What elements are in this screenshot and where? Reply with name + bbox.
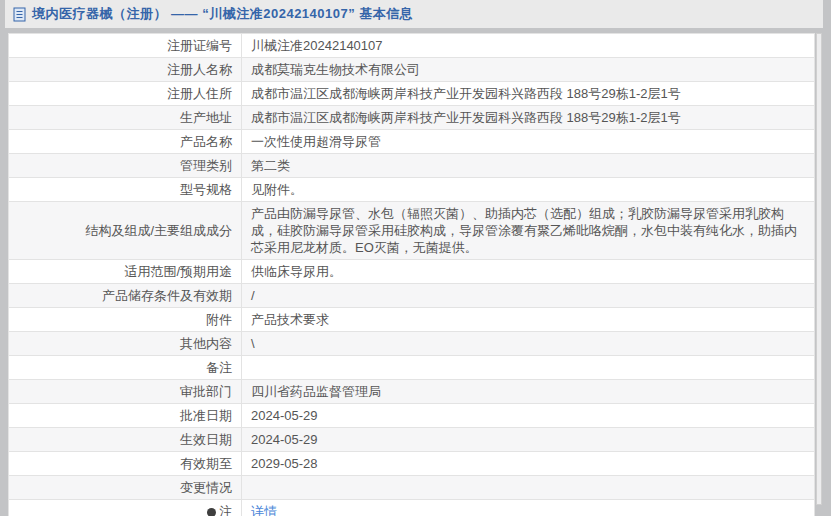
row-label: 管理类别: [180, 158, 232, 173]
note-icon: [207, 508, 216, 516]
row-value-cell: 产品由防漏导尿管、水包（辐照灭菌）、助插内芯（选配）组成；乳胶防漏导尿管采用乳胶…: [242, 202, 815, 260]
row-label: 产品储存条件及有效期: [102, 288, 232, 303]
row-value: \: [251, 336, 255, 351]
row-label: 型号规格: [180, 182, 232, 197]
row-label: 适用范围/预期用途: [124, 264, 232, 279]
table-row: 管理类别第二类: [9, 154, 815, 178]
row-label: 批准日期: [180, 408, 232, 423]
row-value: 成都市温江区成都海峡两岸科技产业开发园科兴路西段 188号29栋1-2层1号: [251, 86, 681, 101]
table-row: 生产地址成都市温江区成都海峡两岸科技产业开发园科兴路西段 188号29栋1-2层…: [9, 106, 815, 130]
row-label-cell: 生效日期: [9, 428, 242, 452]
row-value-cell: 供临床导尿用。: [242, 260, 815, 284]
row-value-cell: [242, 356, 815, 380]
table-row: 注册证编号川械注准20242140107: [9, 34, 815, 58]
row-label-cell: 其他内容: [9, 332, 242, 356]
document-icon: [13, 7, 26, 22]
row-label: 备注: [206, 360, 232, 375]
table-row: 产品储存条件及有效期/: [9, 284, 815, 308]
row-value: 2029-05-28: [251, 456, 318, 471]
row-value-cell: 成都莫瑞克生物技术有限公司: [242, 58, 815, 82]
row-value: 成都市温江区成都海峡两岸科技产业开发园科兴路西段 188号29栋1-2层1号: [251, 110, 681, 125]
row-label-cell: 注册人住所: [9, 82, 242, 106]
row-label: 审批部门: [180, 384, 232, 399]
table-row: 生效日期2024-05-29: [9, 428, 815, 452]
row-value-cell: 成都市温江区成都海峡两岸科技产业开发园科兴路西段 188号29栋1-2层1号: [242, 106, 815, 130]
row-label: 生产地址: [180, 110, 232, 125]
row-value-cell: [242, 476, 815, 500]
row-value: 见附件。: [251, 182, 303, 197]
table-row: 其他内容\: [9, 332, 815, 356]
table-row: 注册人住所成都市温江区成都海峡两岸科技产业开发园科兴路西段 188号29栋1-2…: [9, 82, 815, 106]
row-label-cell: 有效期至: [9, 452, 242, 476]
row-label: 变更情况: [180, 480, 232, 495]
page-header: 境内医疗器械（注册） —— “川械注准20242140107” 基本信息: [5, 0, 823, 28]
row-value: 2024-05-29: [251, 432, 318, 447]
row-label-cell: 管理类别: [9, 154, 242, 178]
row-value-cell: 成都市温江区成都海峡两岸科技产业开发园科兴路西段 188号29栋1-2层1号: [242, 82, 815, 106]
row-label-cell: 产品名称: [9, 130, 242, 154]
row-value-cell: 一次性使用超滑导尿管: [242, 130, 815, 154]
row-value-cell: 2029-05-28: [242, 452, 815, 476]
row-label-cell: 型号规格: [9, 178, 242, 202]
row-value-cell: 见附件。: [242, 178, 815, 202]
row-label-cell: 生产地址: [9, 106, 242, 130]
row-label-cell: 产品储存条件及有效期: [9, 284, 242, 308]
row-value-cell: 2024-05-29: [242, 404, 815, 428]
row-value-cell: 产品技术要求: [242, 308, 815, 332]
table-row: 备注: [9, 356, 815, 380]
row-value: 供临床导尿用。: [251, 264, 342, 279]
scrollbar-track[interactable]: [816, 33, 822, 505]
table-row: 有效期至2029-05-28: [9, 452, 815, 476]
row-value-cell: 2024-05-29: [242, 428, 815, 452]
row-label: 注册证编号: [167, 38, 232, 53]
row-label-cell: 审批部门: [9, 380, 242, 404]
table-row: 附件产品技术要求: [9, 308, 815, 332]
row-value: 成都莫瑞克生物技术有限公司: [251, 62, 420, 77]
row-label: 注: [219, 504, 232, 516]
row-value: 2024-05-29: [251, 408, 318, 423]
row-label: 产品名称: [180, 134, 232, 149]
table-row: 注册人名称成都莫瑞克生物技术有限公司: [9, 58, 815, 82]
row-label-cell: 适用范围/预期用途: [9, 260, 242, 284]
row-value: 四川省药品监督管理局: [251, 384, 381, 399]
row-label: 有效期至: [180, 456, 232, 471]
row-label-cell: 附件: [9, 308, 242, 332]
row-label-cell: 结构及组成/主要组成成分: [9, 202, 242, 260]
table-row: 注详情: [9, 500, 815, 516]
row-label-cell: 批准日期: [9, 404, 242, 428]
row-value-cell: 第二类: [242, 154, 815, 178]
row-label-cell: 注册证编号: [9, 34, 242, 58]
row-value-cell: 四川省药品监督管理局: [242, 380, 815, 404]
row-label-cell: 变更情况: [9, 476, 242, 500]
details-link[interactable]: 详情: [251, 504, 277, 516]
row-label: 注册人住所: [167, 86, 232, 101]
row-value-cell: \: [242, 332, 815, 356]
row-label-cell: 备注: [9, 356, 242, 380]
row-value: 川械注准20242140107: [251, 38, 383, 53]
row-value-cell: 川械注准20242140107: [242, 34, 815, 58]
row-label: 注册人名称: [167, 62, 232, 77]
row-label-cell: 注册人名称: [9, 58, 242, 82]
page-title: 境内医疗器械（注册） —— “川械注准20242140107” 基本信息: [32, 5, 413, 23]
page: { "header": { "icon": "document-icon", "…: [0, 0, 831, 516]
row-value-cell: /: [242, 284, 815, 308]
info-table: 注册证编号川械注准20242140107注册人名称成都莫瑞克生物技术有限公司注册…: [8, 33, 815, 516]
info-table-container: 注册证编号川械注准20242140107注册人名称成都莫瑞克生物技术有限公司注册…: [8, 33, 815, 516]
row-value-cell: 详情: [242, 500, 815, 516]
row-label-cell: 注: [9, 500, 242, 516]
table-row: 审批部门四川省药品监督管理局: [9, 380, 815, 404]
row-value: 产品由防漏导尿管、水包（辐照灭菌）、助插内芯（选配）组成；乳胶防漏导尿管采用乳胶…: [251, 206, 797, 255]
table-row: 批准日期2024-05-29: [9, 404, 815, 428]
row-label: 附件: [206, 312, 232, 327]
table-row: 变更情况: [9, 476, 815, 500]
table-row: 型号规格见附件。: [9, 178, 815, 202]
row-label: 结构及组成/主要组成成分: [85, 223, 232, 238]
table-row: 适用范围/预期用途供临床导尿用。: [9, 260, 815, 284]
row-value: 一次性使用超滑导尿管: [251, 134, 381, 149]
row-label: 其他内容: [180, 336, 232, 351]
row-value: 产品技术要求: [251, 312, 329, 327]
row-value: /: [251, 288, 255, 303]
row-value: 第二类: [251, 158, 290, 173]
row-label: 生效日期: [180, 432, 232, 447]
table-row: 结构及组成/主要组成成分产品由防漏导尿管、水包（辐照灭菌）、助插内芯（选配）组成…: [9, 202, 815, 260]
